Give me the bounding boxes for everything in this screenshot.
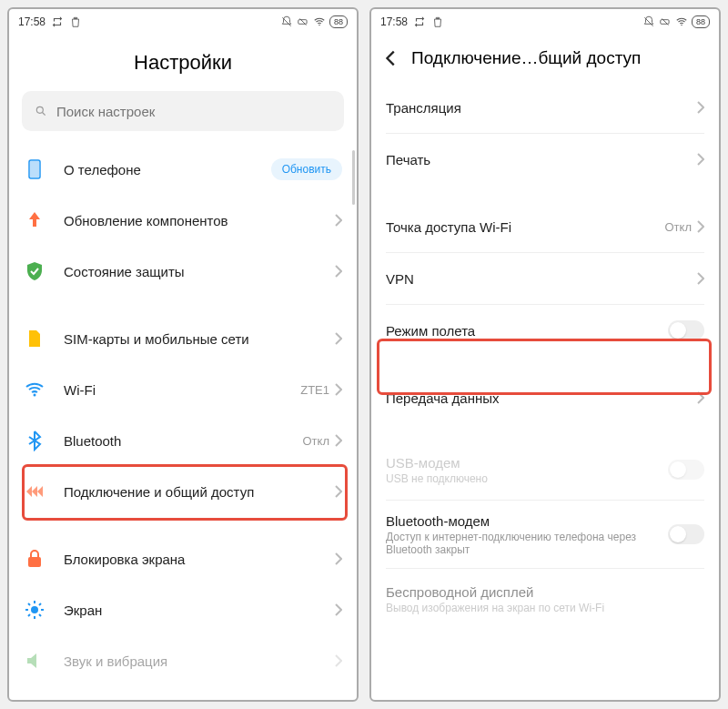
- trash-icon: [431, 15, 444, 28]
- clock: 17:58: [380, 15, 408, 28]
- row-label: Беспроводной дисплей: [386, 584, 704, 600]
- row-label: Точка доступа Wi-Fi: [386, 219, 665, 235]
- phone-right: 17:58 88 Подключение…бщий доступ Трансля…: [369, 7, 721, 702]
- trash-icon: [69, 15, 82, 28]
- connection-list: Трансляция Печать Точка доступа Wi-Fi От…: [371, 82, 719, 700]
- bluetooth-icon: [24, 430, 46, 451]
- sound-icon: [24, 650, 46, 672]
- lock-icon: [24, 548, 46, 570]
- search-input[interactable]: [56, 104, 331, 119]
- update-icon: [24, 209, 46, 231]
- row-sub: USB не подключено: [386, 472, 668, 485]
- row-label: О телефоне: [64, 162, 271, 177]
- row-sub: Доступ к интернет-подключению телефона ч…: [386, 531, 668, 556]
- wifi-icon: [24, 379, 46, 400]
- row-security-status[interactable]: Состояние защиты: [9, 246, 357, 297]
- row-connection-sharing[interactable]: Подключение и общий доступ: [9, 466, 357, 517]
- clock: 17:58: [18, 15, 46, 28]
- sun-icon: [24, 599, 46, 621]
- usb-toggle: [668, 460, 704, 480]
- phone-left: 17:58 88 Настройки О телефоне Обновить О…: [7, 7, 359, 702]
- wifi-icon: [313, 15, 326, 28]
- share-icon: [24, 481, 46, 502]
- repeat-icon: [413, 15, 426, 28]
- statusbar: 17:58 88: [371, 9, 719, 35]
- row-usb-modem: USB-модем USB не подключено: [371, 440, 719, 500]
- row-label: Передача данных: [386, 390, 697, 406]
- row-label: Wi-Fi: [64, 382, 300, 398]
- svg-point-5: [34, 394, 36, 397]
- back-button[interactable]: [380, 47, 402, 69]
- row-value: Откл: [665, 220, 693, 234]
- row-label: Блокировка экрана: [64, 552, 335, 567]
- search-box[interactable]: [22, 91, 344, 131]
- row-value: ZTE1: [300, 383, 329, 397]
- row-about-phone[interactable]: О телефоне Обновить: [9, 144, 357, 195]
- nobat-icon: [659, 15, 672, 28]
- row-sub: Вывод изображения на экран по сети Wi-Fi: [386, 602, 704, 614]
- svg-point-9: [681, 25, 682, 25]
- row-bt-modem[interactable]: Bluetooth-модем Доступ к интернет-подклю…: [371, 501, 719, 568]
- scrollbar[interactable]: [352, 150, 355, 205]
- row-component-update[interactable]: Обновление компонентов: [9, 195, 357, 246]
- phone-icon: [24, 158, 46, 180]
- row-label: Печать: [386, 152, 697, 167]
- svg-point-7: [31, 606, 38, 613]
- svg-point-2: [36, 106, 43, 113]
- row-cast[interactable]: Трансляция: [371, 82, 719, 133]
- svg-rect-6: [28, 557, 41, 567]
- nobat-icon: [297, 15, 309, 28]
- row-label: Режим полета: [386, 323, 668, 339]
- row-label: VPN: [386, 271, 697, 287]
- row-wireless-display[interactable]: Беспроводной дисплей Вывод изображения н…: [371, 569, 719, 629]
- row-airplane-mode[interactable]: Режим полета: [371, 305, 719, 356]
- bt-toggle[interactable]: [668, 524, 704, 544]
- row-label: USB-модем: [386, 455, 668, 471]
- row-label: Звук и вибрация: [64, 653, 335, 669]
- row-label: Экран: [64, 603, 335, 618]
- row-data-transfer[interactable]: Передача данных: [371, 372, 719, 423]
- svg-point-1: [318, 25, 319, 25]
- row-value: Откл: [303, 434, 330, 448]
- row-bluetooth[interactable]: Bluetooth Откл: [9, 415, 357, 466]
- battery: 88: [329, 15, 348, 28]
- mute-icon: [642, 15, 655, 28]
- row-label: Bluetooth-модем: [386, 513, 668, 529]
- row-label: SIM-карты и мобильные сети: [64, 331, 335, 347]
- row-sim[interactable]: SIM-карты и мобильные сети: [9, 313, 357, 364]
- titlebar: Подключение…бщий доступ: [371, 35, 719, 82]
- row-label: Трансляция: [386, 100, 697, 116]
- page-title: Подключение…бщий доступ: [411, 48, 641, 68]
- sim-icon: [24, 328, 46, 349]
- row-label: Подключение и общий доступ: [64, 484, 335, 500]
- row-label: Bluetooth: [64, 433, 303, 449]
- battery: 88: [692, 15, 710, 28]
- repeat-icon: [51, 15, 64, 28]
- airplane-toggle[interactable]: [668, 320, 704, 340]
- statusbar: 17:58 88: [9, 9, 357, 35]
- update-badge[interactable]: Обновить: [271, 158, 342, 180]
- wifi-icon: [675, 15, 688, 28]
- row-vpn[interactable]: VPN: [371, 253, 719, 304]
- row-wifi[interactable]: Wi-Fi ZTE1: [9, 364, 357, 415]
- shield-icon: [24, 260, 46, 282]
- settings-list: О телефоне Обновить Обновление компонент…: [9, 144, 357, 700]
- search-icon: [35, 105, 47, 117]
- row-sound[interactable]: Звук и вибрация: [9, 635, 357, 686]
- page-title: Настройки: [9, 35, 357, 87]
- row-print[interactable]: Печать: [371, 134, 719, 185]
- row-label: Обновление компонентов: [64, 213, 335, 228]
- row-hotspot[interactable]: Точка доступа Wi-Fi Откл: [371, 201, 719, 252]
- row-display[interactable]: Экран: [9, 584, 357, 635]
- svg-rect-4: [30, 161, 39, 177]
- row-label: Состояние защиты: [64, 264, 335, 279]
- row-lockscreen[interactable]: Блокировка экрана: [9, 533, 357, 584]
- mute-icon: [280, 15, 293, 28]
